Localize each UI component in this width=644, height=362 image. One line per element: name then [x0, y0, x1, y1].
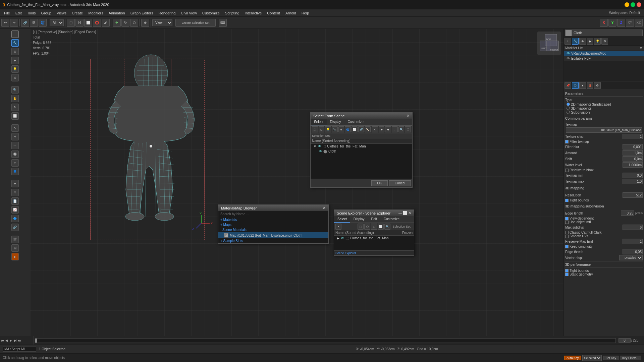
- sfs-xref-icon[interactable]: 🔗: [358, 126, 364, 132]
- populate-icon[interactable]: 👤: [11, 168, 19, 175]
- selected-dropdown[interactable]: Selected: [582, 355, 602, 361]
- keyboard-shortcut-button[interactable]: ⌨: [219, 19, 227, 27]
- scene-explorer-title-bar[interactable]: Scene Explorer - Scene Explorer — ⬜ ✕: [334, 210, 414, 216]
- menu-modifiers[interactable]: Modifiers: [86, 9, 106, 17]
- create-panel-icon[interactable]: +: [11, 31, 19, 38]
- zoom-icon[interactable]: 🔍: [11, 86, 19, 94]
- utilities-panel-icon[interactable]: ⚙: [11, 74, 19, 81]
- create-selection-set-button[interactable]: Create Selection Set: [175, 19, 216, 27]
- menu-edit[interactable]: Edit: [13, 9, 24, 17]
- filter-blur-field[interactable]: [623, 144, 643, 149]
- modifier-list-dropdown-icon[interactable]: ▼: [639, 46, 643, 50]
- timeline-prev[interactable]: ◀: [4, 339, 9, 342]
- texmap-min-field[interactable]: [623, 173, 643, 178]
- show-end-result-icon[interactable]: ⬡: [572, 82, 579, 89]
- catmull-clark-checkbox[interactable]: Classic Catmull-Clark: [565, 231, 643, 234]
- material-browser-title-bar[interactable]: Material/Map Browser ✕: [218, 205, 328, 211]
- maxscript-field[interactable]: MAXScript Mi: [3, 347, 36, 352]
- sfs-cancel-button[interactable]: Cancel: [389, 180, 411, 186]
- use-object-mtl-checkbox[interactable]: Use object mtl: [565, 220, 643, 224]
- select-button[interactable]: ⬚: [67, 19, 75, 27]
- max-subdivs-field[interactable]: [623, 225, 643, 230]
- type-2d-mapping[interactable]: 2D mapping (landscape): [567, 102, 643, 106]
- view-dependent-checkbox[interactable]: View-dependent: [565, 217, 643, 220]
- menu-rendering[interactable]: Rendering: [156, 9, 178, 17]
- xref-icon[interactable]: 🔗: [11, 224, 19, 231]
- tight-bounds2-checkbox[interactable]: Tight bounds: [565, 269, 643, 273]
- mat-section-materials[interactable]: + Materials: [218, 217, 328, 222]
- menu-content[interactable]: Content: [264, 9, 283, 17]
- mirror-icon[interactable]: ⬌: [11, 180, 19, 187]
- menu-scripting[interactable]: Scripting: [222, 9, 242, 17]
- sfs-tab-customize[interactable]: Customize: [344, 119, 367, 125]
- select-icon[interactable]: ↖: [11, 124, 19, 132]
- se-icon1[interactable]: ⬚: [358, 224, 364, 230]
- utility-category-icon[interactable]: ⚙: [601, 38, 608, 45]
- menu-interactive[interactable]: Interactive: [242, 9, 265, 17]
- hierarchy-category-icon[interactable]: ⊕: [579, 38, 586, 45]
- select-rotate-button[interactable]: ↻: [121, 19, 129, 27]
- edge-length-field[interactable]: [621, 210, 634, 216]
- relative-bbox-checkbox[interactable]: Relative to bbox: [565, 168, 643, 172]
- se-tab-display[interactable]: Display: [350, 216, 368, 223]
- maximize-button[interactable]: [631, 2, 635, 7]
- texture-chan-field[interactable]: [623, 134, 643, 139]
- menu-tools[interactable]: Tools: [24, 9, 39, 17]
- minimize-button[interactable]: [625, 2, 629, 7]
- viewport-label[interactable]: [+] [Perspective] [Standard] [Edged Face…: [33, 30, 96, 34]
- menu-civil-view[interactable]: Civil View: [178, 9, 199, 17]
- se-tab-edit[interactable]: Edit: [368, 216, 380, 223]
- paint-select-button[interactable]: 🖌: [102, 19, 110, 27]
- redo-button[interactable]: ↪: [10, 19, 18, 27]
- mat-section-maps[interactable]: + Maps: [218, 222, 328, 227]
- sfs-cameras-icon[interactable]: 📷: [332, 126, 338, 132]
- key-filters-button[interactable]: Key Filters...: [620, 356, 641, 360]
- hierarchy-panel-icon[interactable]: ⊕: [11, 48, 19, 55]
- type-3d-mapping[interactable]: 3D mapping: [567, 106, 643, 110]
- se-tab-customize[interactable]: Customize: [380, 216, 403, 223]
- mat-item-1[interactable]: Map #10183622 (Fat_Man_Displace.png) [Cl…: [218, 232, 328, 238]
- menu-create[interactable]: Create: [69, 9, 86, 17]
- make-unique-icon[interactable]: ♦: [579, 82, 586, 89]
- sfs-select-children-btn[interactable]: ↓: [392, 126, 398, 132]
- tight-bounds-checkbox[interactable]: Tight bounds: [565, 198, 643, 202]
- close-button[interactable]: [637, 2, 641, 7]
- auto-key-button[interactable]: Auto Key: [564, 356, 581, 360]
- static-geometry-checkbox[interactable]: Static geometry: [565, 273, 643, 276]
- keep-continuity-checkbox[interactable]: Keep continuity: [565, 245, 643, 248]
- render-setup-icon[interactable]: 🎬: [11, 236, 19, 243]
- resolution-field[interactable]: [623, 192, 643, 198]
- view-select[interactable]: View: [152, 19, 172, 26]
- sfs-item-clothes[interactable]: ▼ 👁 ⬚ Clothes_for_the_Fat_Man: [311, 144, 412, 149]
- sfs-all-geom-icon[interactable]: ⬚: [312, 126, 318, 132]
- modify-panel-icon[interactable]: 🔧: [11, 39, 19, 47]
- xz-axis[interactable]: XZ: [635, 19, 643, 27]
- timeline-end[interactable]: ⏭: [18, 339, 21, 342]
- rect-select-button[interactable]: ⬜: [84, 19, 92, 27]
- configure-modifier-sets-icon[interactable]: ⚙: [594, 82, 601, 89]
- menu-file[interactable]: File: [1, 9, 13, 17]
- sfs-tab-select[interactable]: Select: [311, 119, 327, 125]
- modifier-vray-displacement[interactable]: 👁 VRayDisplacementMod: [564, 51, 644, 56]
- sfs-groups-icon[interactable]: ⬜: [352, 126, 358, 132]
- motion-panel-icon[interactable]: ▶: [11, 57, 19, 64]
- sfs-bones-icon[interactable]: 🦴: [365, 126, 371, 132]
- se-tab-select[interactable]: Select: [334, 216, 350, 223]
- undo-button[interactable]: ↩: [1, 19, 9, 27]
- rotate-view-icon[interactable]: ↻: [11, 104, 19, 111]
- type-subdivision[interactable]: Subdivision: [567, 110, 643, 114]
- sfs-item-cloth[interactable]: 👁 ⬤ Cloth: [311, 149, 412, 154]
- align-icon[interactable]: ⬍: [11, 189, 19, 196]
- sfs-ok-button[interactable]: OK: [371, 180, 387, 186]
- rendered-frame-icon[interactable]: 🖼: [11, 244, 19, 252]
- remove-modifier-icon[interactable]: 🗑: [587, 82, 593, 89]
- sfs-select-dependents-btn[interactable]: ◆: [385, 126, 391, 132]
- x-axis[interactable]: X: [600, 19, 608, 27]
- timeline-thumb[interactable]: [35, 339, 37, 343]
- render-prod-icon[interactable]: ▶: [11, 253, 19, 260]
- material-search-input[interactable]: [218, 211, 328, 217]
- maximize-viewport-icon[interactable]: ⬜: [11, 112, 19, 120]
- material-browser-close-button[interactable]: ✕: [323, 206, 326, 210]
- pan-icon[interactable]: ✋: [11, 95, 19, 102]
- menu-views[interactable]: Views: [54, 9, 69, 17]
